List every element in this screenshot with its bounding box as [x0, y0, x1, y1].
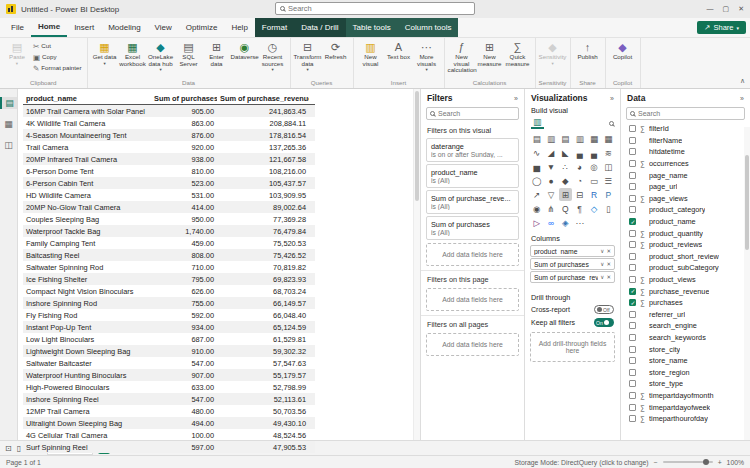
add-data-fields-dropzone[interactable]: Add data fields here	[426, 288, 519, 311]
collapse-ribbon-icon[interactable]: ∧	[740, 77, 745, 85]
checkbox-page-name[interactable]	[629, 172, 636, 179]
viz-icon-python-visual[interactable]: P	[602, 188, 615, 201]
checkbox-store-type[interactable]	[629, 380, 636, 387]
viz-icon-decomposition-tree[interactable]: ⋔	[544, 202, 557, 215]
viz-icon-funnel-chart[interactable]: ▼	[544, 160, 557, 173]
collapse-pane-icon[interactable]: »	[514, 95, 518, 102]
maximize-button[interactable]: ▢	[723, 5, 730, 13]
table-row[interactable]: 20MP No-Glow Trail Camera414.0089,002.64	[23, 201, 315, 213]
get-data-button[interactable]: ▦Get data▾	[91, 40, 119, 67]
filter-card-daterange[interactable]: daterangeis on or after Sunday, ...	[426, 138, 519, 162]
model-view-icon[interactable]: ◫	[0, 139, 17, 151]
table-row[interactable]: High-Powered Binoculars633.0052,798.99	[23, 381, 315, 393]
checkbox-store-region[interactable]	[629, 369, 636, 376]
checkbox-product-name[interactable]	[629, 218, 636, 225]
global-search-input[interactable]	[288, 4, 470, 13]
format-painter-button[interactable]: ✎Format painter	[31, 64, 84, 73]
checkbox-search-engine[interactable]	[629, 322, 636, 329]
checkbox-page-url[interactable]	[629, 183, 636, 190]
close-button[interactable]: ✕	[738, 5, 744, 13]
viz-icon-100-stacked-bar-chart[interactable]: ▦	[587, 132, 600, 145]
chevron-down-icon[interactable]: ∨	[600, 248, 604, 254]
filter-card-sum-of-purchases[interactable]: Sum of purchasesis (All)	[426, 216, 519, 240]
field-well-chip-sum-of-purchase-reve[interactable]: Sum of purchase_reve...∨✕	[530, 271, 615, 283]
ribbon-tab-insert[interactable]: Insert	[67, 18, 101, 37]
report-view-icon[interactable]: ▤	[0, 97, 17, 109]
table-row[interactable]: 16MP Trail Camera with Solar Panel905.00…	[23, 105, 315, 117]
table-row[interactable]: 12MP Trail Camera480.0050,703.56	[23, 405, 315, 417]
collapse-pane-icon[interactable]: »	[610, 95, 614, 102]
checkbox-timeparthourofday[interactable]	[629, 415, 636, 422]
sensitivity-button[interactable]: ◆Sensitivity▾	[539, 40, 567, 67]
ribbon-tab-modeling[interactable]: Modeling	[101, 18, 147, 37]
data-field-search-keywords[interactable]: search_keywords	[621, 332, 750, 344]
table-row[interactable]: Low Light Binoculars687.0061,529.81	[23, 333, 315, 345]
share-button[interactable]: ↗ Share ▾	[697, 21, 746, 34]
publish-button[interactable]: ↑Publish	[574, 40, 602, 62]
viz-icon-r-script-visual[interactable]: R	[587, 188, 600, 201]
data-field-page-name[interactable]: page_name	[621, 169, 750, 181]
analytics-search-icon[interactable]	[609, 121, 614, 126]
viz-icon-qa-visual[interactable]: Q	[559, 202, 572, 215]
onelake-data-hub-button[interactable]: ◆OneLake data hub▾	[147, 40, 175, 73]
data-field-store-type[interactable]: store_type	[621, 378, 750, 390]
table-row[interactable]: Waterproof Hunting Binoculars907.0055,17…	[23, 369, 315, 381]
canvas-scrollbar[interactable]	[413, 89, 420, 440]
zoom-in-button[interactable]: +	[718, 459, 722, 466]
mobile-layout-icon[interactable]: ▯	[17, 444, 21, 453]
chevron-down-icon[interactable]: ∨	[600, 274, 604, 280]
checkbox-purchase-revenue[interactable]	[629, 288, 636, 295]
data-field-product-views[interactable]: ∑product_views	[621, 274, 750, 286]
table-row[interactable]: 6-Person Cabin Tent523.00105,437.57	[23, 177, 315, 189]
checkbox-timepartdayofweek[interactable]	[629, 404, 636, 411]
data-field-page-url[interactable]: page_url	[621, 181, 750, 193]
transform-data-button[interactable]: ⊟Transform data▾	[294, 40, 322, 73]
data-field-filterid[interactable]: ∑filterId	[621, 123, 750, 135]
viz-icon-card[interactable]: ▭	[587, 174, 600, 187]
ribbon-tab-file[interactable]: File	[4, 18, 31, 37]
table-row[interactable]: Saltwater Spinning Rod710.0070,819.82	[23, 261, 315, 273]
viz-icon-gauge[interactable]: ◔	[573, 174, 586, 187]
table-row[interactable]: Lightweight Down Sleeping Bag910.0059,30…	[23, 345, 315, 357]
zoom-slider-thumb[interactable]	[703, 459, 709, 465]
viz-icon-area-chart[interactable]: ◢	[544, 146, 557, 159]
data-field-timepartdayofweek[interactable]: ∑timepartdayofweek	[621, 401, 750, 413]
new-visual-calculation-button[interactable]: ƒNew visual calculation	[448, 40, 476, 75]
viz-icon-line-and-stacked-column-chart[interactable]: ▄	[573, 146, 586, 159]
viz-icon-arcgis-map[interactable]: ◈	[559, 216, 572, 229]
viz-icon-scatter-chart[interactable]: ∴	[559, 160, 572, 173]
column-header-sum-of-purchase-revenue[interactable]: Sum of purchase_revenue	[217, 92, 309, 104]
table-row[interactable]: Baitcasting Reel808.0075,426.52	[23, 249, 315, 261]
table-row[interactable]: 20MP Infrared Trail Camera938.00121,667.…	[23, 153, 315, 165]
excel-workbook-button[interactable]: ▦Excel workbook	[119, 40, 147, 68]
filter-card-product-name[interactable]: product_nameis (All)	[426, 164, 519, 188]
scrollbar-thumb[interactable]	[415, 91, 419, 201]
data-search-box[interactable]	[626, 107, 745, 120]
filter-card-sum-of-purchase-reve[interactable]: Sum of purchase_reve...is (All)	[426, 190, 519, 214]
viz-icon-paginated-report[interactable]: ▯	[602, 202, 615, 215]
data-field-timeparthourofday[interactable]: ∑timeparthourofday	[621, 413, 750, 425]
viz-icon-shape-map[interactable]: ◆	[559, 174, 572, 187]
checkbox-timepartdayofmonth[interactable]	[629, 392, 636, 399]
new-visual-button[interactable]: ▥New visual	[357, 40, 385, 68]
checkbox-store-city[interactable]	[629, 346, 636, 353]
table-row[interactable]: Trail Camera920.00137,265.36	[23, 141, 315, 153]
table-row[interactable]: Couples Sleeping Bag950.0077,369.28	[23, 213, 315, 225]
ribbon-tab-optimize[interactable]: Optimize	[179, 18, 225, 37]
table-row[interactable]: 4-Season Mountaineering Tent876.00178,81…	[23, 129, 315, 141]
text-box-button[interactable]: AText box	[385, 40, 413, 62]
dataverse-button[interactable]: ◉Dataverse	[231, 40, 259, 62]
ribbon-tab-format[interactable]: Format	[255, 18, 294, 37]
ribbon-tab-help[interactable]: Help	[224, 18, 254, 37]
viz-icon-100-stacked-column-chart[interactable]: ▦	[602, 132, 615, 145]
data-field-filtername[interactable]: filterName	[621, 135, 750, 147]
paste-button[interactable]: ▤Paste▾	[3, 40, 31, 67]
recent-sources-button[interactable]: ◷Recent sources▾	[259, 40, 287, 73]
cross-report-toggle[interactable]: Off	[594, 305, 614, 314]
data-field-store-name[interactable]: store_name	[621, 355, 750, 367]
zoom-level[interactable]: 100%	[727, 459, 744, 466]
data-field-search-engine[interactable]: search_engine	[621, 320, 750, 332]
drill-through-dropzone[interactable]: Add drill-through fields here	[530, 332, 615, 362]
viz-icon-map[interactable]: ◯	[530, 174, 543, 187]
zoom-out-button[interactable]: −	[654, 459, 658, 466]
